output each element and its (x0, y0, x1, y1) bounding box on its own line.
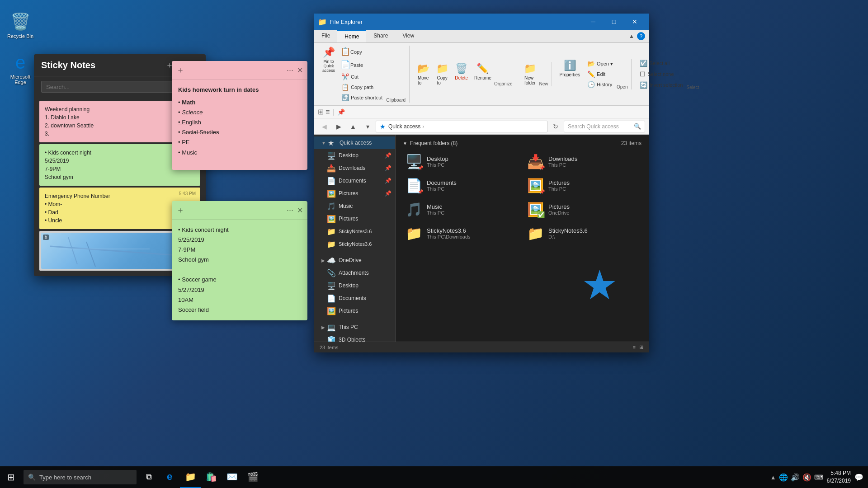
taskbar-search-text: Type here to search (39, 474, 91, 481)
edge-label: Microsoft Edge (6, 74, 34, 85)
tab-view[interactable]: View (395, 30, 421, 42)
cut-button[interactable]: ✂️ Cut (338, 72, 386, 82)
folder-item-pictures[interactable]: 🖼️ 📌 Pictures This PC (523, 174, 643, 197)
taskbar-store[interactable]: 🛍️ (201, 466, 222, 488)
sidebar-item-documents[interactable]: 📄 Documents 📌 (314, 174, 395, 187)
taskbar-file-explorer[interactable]: 📁 (180, 466, 201, 488)
nav-recent-button[interactable]: ▾ (361, 121, 374, 132)
nav-back-button[interactable]: ◀ (318, 121, 330, 132)
show-hidden-icon[interactable]: ▲ (770, 474, 776, 481)
tab-file[interactable]: File (314, 30, 337, 42)
sidebar-item-desktop[interactable]: 🖥️ Desktop 📌 (314, 149, 395, 162)
paste-button[interactable]: 📄 Paste (338, 59, 386, 71)
folder-item-stickynotes1[interactable]: 📁 StickyNotes3.6 This PC\Downloads (401, 222, 522, 245)
soccer-date: 5/27/2019 (178, 285, 301, 295)
new-folder-button[interactable]: 📁 Newfolder (521, 62, 539, 86)
search-bar[interactable]: Search Quick access 🔍 (564, 121, 645, 132)
folder-item-stickynotes2[interactable]: 📁 StickyNotes3.6 D:\ (523, 222, 643, 245)
network-icon[interactable]: 🌐 (779, 473, 788, 482)
speakers-icon[interactable]: 🔇 (802, 473, 811, 482)
sidebar-item-attachments[interactable]: 📎 Attachments (314, 267, 395, 279)
taskbar-edge[interactable]: e (159, 466, 180, 488)
folder-item-pictures-od[interactable]: 🖼️ ✅ Pictures OneDrive (523, 198, 643, 221)
ribbon-collapse-icon[interactable]: ▲ (629, 33, 634, 39)
nav-forward-button[interactable]: ▶ (332, 121, 345, 132)
detail-view-icon[interactable]: ⊞ (639, 344, 643, 350)
sidebar-item-quick-access[interactable]: ▼ ★ Quick access (314, 136, 395, 149)
action-center-icon[interactable]: 💬 (854, 473, 863, 482)
more-options-green-icon[interactable]: ··· (287, 206, 293, 215)
minimize-button[interactable]: ─ (583, 15, 604, 28)
keyboard-icon[interactable]: ⌨ (814, 474, 823, 481)
copy-path-button[interactable]: 📋 Copy path (338, 82, 386, 92)
move-to-button[interactable]: 📂 Moveto (414, 62, 432, 86)
clock[interactable]: 5:48 PM 6/27/2019 (827, 469, 851, 485)
select-all-button[interactable]: ☑️ Select all (636, 58, 686, 68)
start-button[interactable]: ⊞ (0, 466, 22, 488)
sidebar-item-downloads[interactable]: 📥 Downloads 📌 (314, 162, 395, 174)
pin-icon-bar[interactable]: 📌 (337, 108, 345, 116)
documents-icon: 📄 (327, 177, 336, 185)
delete-button[interactable]: 🗑️ Delete (452, 62, 471, 86)
taskbar-search[interactable]: 🔍 Type here to search (24, 470, 137, 484)
add-note-green-icon[interactable]: ＋ (176, 205, 184, 216)
copy-button[interactable]: 📋 Copy (338, 46, 386, 58)
address-bar[interactable]: ★ Quick access › (376, 121, 547, 132)
list-view-icon[interactable]: ≡ (633, 344, 636, 350)
edit-button[interactable]: ✏️ Edit (584, 69, 617, 79)
nav-up-button[interactable]: ▲ (347, 121, 359, 132)
section-expand-icon[interactable]: ▼ (403, 141, 407, 146)
close-green-icon[interactable]: ✕ (297, 206, 303, 215)
note-overlay-pink-body[interactable]: Kids homework turn in dates • Math • Sci… (172, 80, 307, 170)
desktop: 🗑️ Recycle Bin e Microsoft Edge Sticky N… (0, 0, 868, 488)
sidebar-item-music[interactable]: 🎵 Music (314, 200, 395, 212)
properties-button[interactable]: ℹ️ Properties (557, 59, 583, 78)
rename-button[interactable]: ✏️ Rename (472, 62, 494, 86)
paste-shortcut-button[interactable]: ⤴️ Paste shortcut (338, 93, 386, 103)
desktop-icon-recycle-bin[interactable]: 🗑️ Recycle Bin (5, 9, 36, 41)
more-options-pink-icon[interactable]: ··· (287, 66, 293, 75)
copy-to-button[interactable]: 📁 Copyto (433, 62, 451, 86)
sidebar-item-this-pc[interactable]: ▶ 💻 This PC (314, 321, 395, 333)
sidebar-item-pictures2[interactable]: 🖼️ Pictures (314, 212, 395, 225)
close-pink-icon[interactable]: ✕ (297, 66, 303, 75)
tab-home[interactable]: Home (337, 30, 366, 42)
folder-item-downloads[interactable]: 📥 📌 Downloads This PC (523, 150, 643, 173)
taskbar-mail[interactable]: ✉️ (222, 466, 242, 488)
desktop-icon-edge[interactable]: e Microsoft Edge (5, 50, 36, 87)
folder-item-documents[interactable]: 📄 📌 Documents This PC (401, 174, 522, 197)
stickynotes2-folder-path: D:\ (548, 234, 639, 239)
folder-item-desktop[interactable]: 🖥️ 📌 Desktop This PC (401, 150, 522, 173)
sidebar-item-desktop-od[interactable]: 🖥️ Desktop (314, 279, 395, 292)
sidebar-item-stickynotes1[interactable]: 📁 StickyNotes3.6 (314, 225, 395, 238)
note-overlay-green-body[interactable]: • Kids concert night 5/25/2019 7-9PM Sch… (172, 220, 307, 320)
folder-item-music[interactable]: 🎵 Music This PC (401, 198, 522, 221)
pin-to-quick-access-button[interactable]: 📌 Pin to Quickaccess (320, 46, 338, 74)
sidebar-item-3d-objects[interactable]: 🧊 3D Objects (314, 333, 395, 342)
open-history-button[interactable]: 🕒 History (584, 80, 617, 89)
volume-icon[interactable]: 🔊 (791, 473, 800, 482)
sidebar-item-pictures-od[interactable]: 🖼️ Pictures (314, 305, 395, 317)
view-icon-2[interactable]: ≡ (326, 108, 330, 116)
pictures-od-folder-icon: 🖼️ ✅ (527, 202, 544, 217)
sidebar-item-onedrive[interactable]: ▶ ☁️ OneDrive (314, 254, 395, 267)
search-input[interactable] (46, 84, 186, 90)
select-none-button[interactable]: ☐ Select none (636, 69, 686, 79)
sidebar-item-stickynotes2[interactable]: 📁 StickyNotes3.6 (314, 238, 395, 250)
mail-taskbar-icon: ✉️ (226, 471, 238, 482)
open-label: Open (617, 84, 627, 89)
add-note-pink-icon[interactable]: ＋ (176, 65, 184, 75)
sidebar-item-documents-od[interactable]: 📄 Documents (314, 292, 395, 305)
music-folder-path: This PC (427, 210, 517, 216)
sidebar-item-pictures[interactable]: 🖼️ Pictures 📌 (314, 187, 395, 200)
taskbar-task-view[interactable]: ⧉ (138, 466, 159, 488)
invert-selection-button[interactable]: 🔄 Invert selection (636, 80, 686, 90)
tab-share[interactable]: Share (366, 30, 395, 42)
view-icon-1[interactable]: ⊞ (318, 108, 324, 116)
help-icon[interactable]: ? (637, 32, 645, 40)
refresh-button[interactable]: ↻ (549, 121, 562, 132)
taskbar-media[interactable]: 🎬 (242, 466, 263, 488)
close-button[interactable]: ✕ (624, 15, 645, 28)
maximize-button[interactable]: □ (604, 15, 624, 28)
open-button[interactable]: 📂 Open ▾ (584, 59, 617, 69)
